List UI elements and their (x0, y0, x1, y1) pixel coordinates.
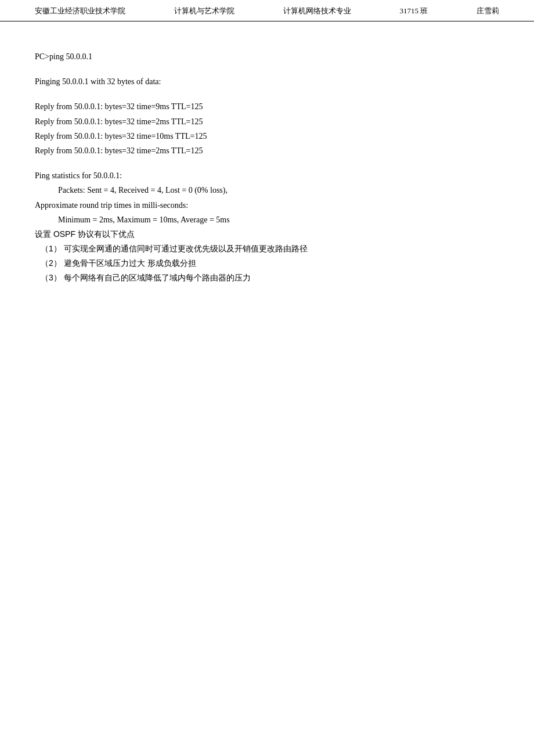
blank-line-1 (35, 39, 499, 49)
list-num-2: （2） (35, 256, 64, 271)
header: 安徽工业经济职业技术学院 计算机与艺术学院 计算机网络技术专业 31715 班 … (0, 0, 534, 21)
blank-line-3 (35, 89, 499, 99)
list-item-3: （3） 每个网络有自己的区域降低了域内每个路由器的压力 (35, 271, 499, 285)
pinging-line: Pinging 50.0.0.1 with 32 bytes of data: (35, 74, 499, 89)
list-item-1: （1） 可实现全网通的通信同时可通过更改优先级以及开销值更改路由路径 (35, 242, 499, 256)
header-class: 31715 班 (399, 6, 428, 16)
list-item-2: （2） 避免骨干区域压力过大 形成负载分担 (35, 256, 499, 271)
reply-line-1: Reply from 50.0.0.1: bytes=32 time=9ms T… (35, 99, 499, 114)
stats-header: Ping statistics for 50.0.0.1: (35, 168, 499, 183)
main-content: PC>ping 50.0.0.1 Pinging 50.0.0.1 with 3… (0, 21, 534, 309)
min-line: Minimum = 2ms, Maximum = 10ms, Average =… (35, 213, 499, 227)
blank-line-2 (35, 64, 499, 74)
header-major: 计算机网络技术专业 (283, 6, 351, 16)
list-content-3: 每个网络有自己的区域降低了域内每个路由器的压力 (64, 271, 499, 285)
header-name: 庄雪莉 (477, 6, 499, 16)
header-college: 计算机与艺术学院 (174, 6, 234, 16)
blank-line-4 (35, 158, 499, 168)
header-school: 安徽工业经济职业技术学院 (35, 6, 125, 16)
cmd-line: PC>ping 50.0.0.1 (35, 49, 499, 64)
packets-line: Packets: Sent = 4, Received = 4, Lost = … (35, 183, 499, 197)
list-content-1: 可实现全网通的通信同时可通过更改优先级以及开销值更改路由路径 (64, 242, 499, 256)
ospf-intro: 设置 OSPF 协议有以下优点 (35, 227, 499, 242)
list-num-3: （3） (35, 271, 64, 285)
page: 安徽工业经济职业技术学院 计算机与艺术学院 计算机网络技术专业 31715 班 … (0, 0, 534, 756)
reply-line-3: Reply from 50.0.0.1: bytes=32 time=10ms … (35, 129, 499, 143)
approx-line: Approximate round trip times in milli-se… (35, 198, 499, 213)
list-num-1: （1） (35, 242, 64, 256)
list-content-2: 避免骨干区域压力过大 形成负载分担 (64, 256, 499, 271)
reply-line-4: Reply from 50.0.0.1: bytes=32 time=2ms T… (35, 143, 499, 158)
reply-line-2: Reply from 50.0.0.1: bytes=32 time=2ms T… (35, 114, 499, 129)
